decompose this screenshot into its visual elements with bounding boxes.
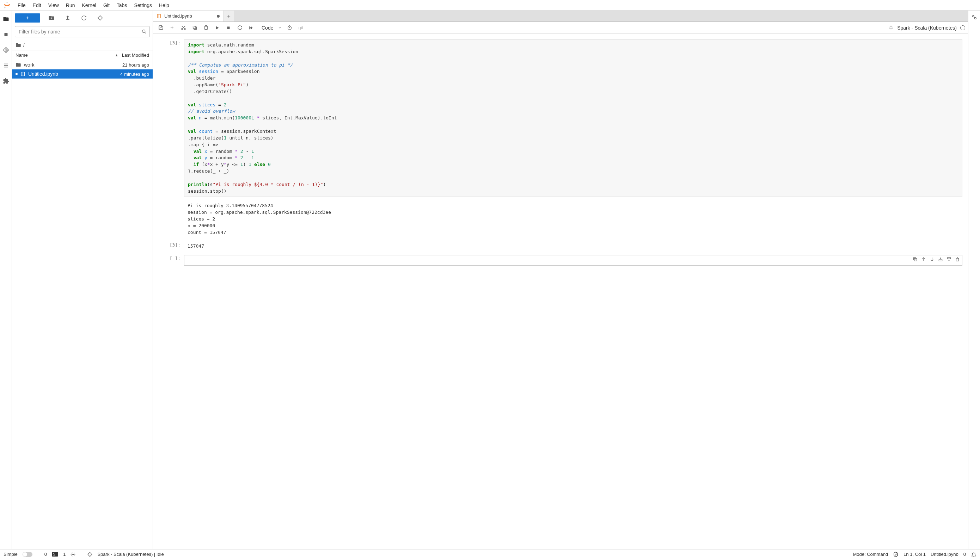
save-icon[interactable] xyxy=(156,23,166,33)
jupyter-logo-icon[interactable] xyxy=(3,1,11,10)
mode-label: Mode: Command xyxy=(853,552,888,557)
notebook-icon xyxy=(20,71,25,76)
simple-mode-label: Simple xyxy=(3,552,18,557)
empty-code-cell[interactable]: [ ]: xyxy=(156,255,962,266)
new-folder-icon[interactable] xyxy=(46,13,56,23)
file-name: Untitled.ipynb xyxy=(28,71,58,77)
svg-rect-42 xyxy=(939,260,942,261)
code-input[interactable]: import scala.math.random import org.apac… xyxy=(184,40,962,197)
file-list-header[interactable]: Name ▲ Last Modified xyxy=(12,50,153,60)
svg-point-1 xyxy=(5,7,6,8)
code-input-empty[interactable] xyxy=(184,255,962,266)
running-kernels-tab-icon[interactable] xyxy=(2,30,10,39)
upload-icon[interactable] xyxy=(63,13,73,23)
git-label[interactable]: git xyxy=(296,23,306,33)
run-icon[interactable] xyxy=(212,23,222,33)
kernel-name-label[interactable]: Spark - Scala (Kubernetes) xyxy=(897,25,957,31)
terminal-badge-icon[interactable]: S_ xyxy=(52,552,58,557)
git-tab-icon[interactable] xyxy=(2,46,10,54)
simple-mode-toggle[interactable] xyxy=(23,552,32,557)
dirty-indicator-icon xyxy=(217,15,220,18)
run-all-icon[interactable] xyxy=(246,23,256,33)
menu-run[interactable]: Run xyxy=(62,1,79,10)
menubar: FileEditViewRunKernelGitTabsSettingsHelp xyxy=(0,0,980,11)
paste-icon[interactable] xyxy=(201,23,211,33)
extensions-tab-icon[interactable] xyxy=(2,77,10,85)
kernel-status-icon[interactable] xyxy=(960,25,965,30)
column-name-label: Name xyxy=(15,53,28,58)
input-prompt-empty: [ ]: xyxy=(159,255,184,261)
breadcrumb[interactable]: / xyxy=(12,40,153,50)
tab-label: Untitled.ipynb xyxy=(164,13,192,19)
menu-git[interactable]: Git xyxy=(100,1,113,10)
svg-point-11 xyxy=(143,30,145,33)
file-list: work21 hours agoUntitled.ipynb4 minutes … xyxy=(12,60,153,549)
file-browser-tab-icon[interactable] xyxy=(2,15,10,23)
cut-icon[interactable] xyxy=(178,23,188,33)
svg-rect-45 xyxy=(947,258,950,259)
kernel-status-text[interactable]: Spark - Scala (Kubernetes) | Idle xyxy=(97,552,164,557)
notifications-count: 0 xyxy=(963,552,966,557)
menu-kernel[interactable]: Kernel xyxy=(78,1,99,10)
result-text: 157047 xyxy=(184,241,962,251)
filter-input[interactable] xyxy=(15,26,150,37)
menu-settings[interactable]: Settings xyxy=(131,1,156,10)
svg-rect-18 xyxy=(160,28,162,30)
menu-help[interactable]: Help xyxy=(156,1,173,10)
move-up-icon[interactable] xyxy=(921,257,926,262)
branch-icon[interactable] xyxy=(88,552,92,557)
cell-type-select[interactable]: Code xyxy=(260,24,283,31)
move-down-icon[interactable] xyxy=(930,257,935,262)
output-stream: Pi is roughly 3.140955704778524 session … xyxy=(156,201,962,237)
lsp-icon[interactable] xyxy=(71,552,75,557)
file-browser-toolbar xyxy=(12,11,153,25)
add-tab-button[interactable] xyxy=(224,11,234,22)
search-icon xyxy=(141,29,147,35)
toc-tab-icon[interactable] xyxy=(2,61,10,70)
restart-icon[interactable] xyxy=(235,23,245,33)
git-toolbar-icon[interactable] xyxy=(95,13,105,23)
timing-icon[interactable] xyxy=(285,23,294,33)
insert-below-icon[interactable] xyxy=(947,257,952,262)
activity-bar xyxy=(0,11,12,549)
delete-cell-icon[interactable] xyxy=(955,257,960,262)
trust-icon[interactable] xyxy=(893,552,899,557)
stop-icon[interactable] xyxy=(224,23,233,33)
menu-tabs[interactable]: Tabs xyxy=(113,1,131,10)
svg-rect-23 xyxy=(194,27,197,30)
svg-rect-17 xyxy=(160,26,161,27)
code-cell[interactable]: [3]: import scala.math.random import org… xyxy=(156,40,962,197)
add-cell-icon[interactable] xyxy=(167,23,177,33)
tabs-count: 0 xyxy=(45,552,47,557)
duplicate-cell-icon[interactable] xyxy=(913,257,918,262)
svg-rect-38 xyxy=(914,258,917,261)
svg-rect-2 xyxy=(4,33,7,36)
svg-rect-13 xyxy=(21,72,24,76)
svg-line-34 xyxy=(892,27,893,27)
menu-edit[interactable]: Edit xyxy=(29,1,45,10)
file-name: work xyxy=(24,62,35,68)
file-row[interactable]: work21 hours ago xyxy=(12,60,153,69)
debugger-icon[interactable] xyxy=(888,25,894,30)
file-row[interactable]: Untitled.ipynb4 minutes ago xyxy=(12,69,153,79)
refresh-icon[interactable] xyxy=(79,13,89,23)
property-inspector-icon[interactable] xyxy=(971,14,978,20)
statusbar: Simple 0 S_ 1 Spark - Scala (Kubernetes)… xyxy=(0,549,980,559)
input-prompt: [3]: xyxy=(159,40,184,197)
menu-view[interactable]: View xyxy=(45,1,62,10)
insert-above-icon[interactable] xyxy=(938,257,943,262)
svg-line-12 xyxy=(145,32,146,34)
svg-rect-48 xyxy=(957,258,959,261)
bell-icon[interactable] xyxy=(971,552,977,557)
menu-file[interactable]: File xyxy=(14,1,29,10)
new-launcher-button[interactable] xyxy=(15,13,40,23)
output-prompt: [3]: xyxy=(159,241,184,251)
tab-untitled[interactable]: Untitled.ipynb xyxy=(153,11,224,22)
notebook-body: [3]: import scala.math.random import org… xyxy=(153,34,968,549)
copy-icon[interactable] xyxy=(190,23,199,33)
cursor-position: Ln 1, Col 1 xyxy=(904,552,926,557)
output-result: [3]: 157047 xyxy=(156,241,962,251)
file-modified: 4 minutes ago xyxy=(120,71,149,77)
cell-type-label: Code xyxy=(262,25,273,31)
svg-point-54 xyxy=(73,554,74,555)
